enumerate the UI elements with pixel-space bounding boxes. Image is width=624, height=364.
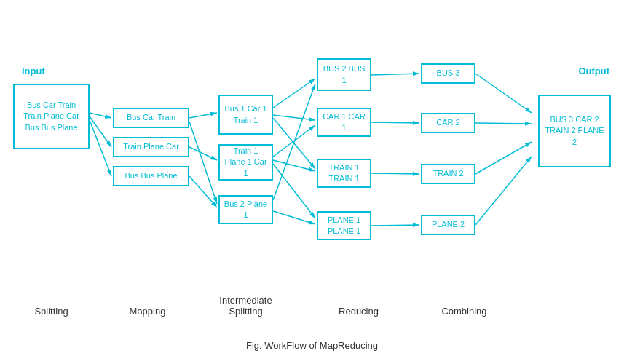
svg-line-17 [371,122,419,123]
inter4-box: PLANE 1 PLANE 1 [317,211,371,240]
svg-line-1 [90,113,111,118]
mapping-label: Mapping [106,306,189,317]
svg-line-11 [273,125,315,157]
svg-line-8 [273,79,315,108]
inter3-box: TRAIN 1 TRAIN 1 [317,159,371,188]
svg-line-6 [189,176,217,207]
reduce4-box: PLANE 2 [421,215,475,235]
combining-label: Combining [422,306,506,317]
svg-line-16 [371,74,419,75]
svg-line-20 [475,74,532,113]
svg-line-13 [273,164,315,218]
diagram: Input Output Bus Car Train Train Plane C… [0,0,624,364]
svg-line-15 [273,211,315,224]
svg-line-4 [189,113,217,118]
reducing-label: Reducing [317,306,400,317]
arrows-svg [0,0,624,364]
reduce2-box: CAR 2 [421,113,475,133]
intermediate-splitting-label: IntermediateSplitting [204,295,288,317]
svg-line-5 [189,147,217,160]
map1-box: Bus Car Train [113,108,189,128]
input-label: Input [22,66,45,76]
svg-line-9 [273,115,315,120]
inter1-box: BUS 2 BUS 1 [317,58,371,91]
svg-line-18 [371,173,419,174]
inter2-box: CAR 1 CAR 1 [317,108,371,137]
split2-box: Train 1 Plane 1 Car 1 [218,144,273,181]
svg-line-7 [189,122,217,204]
splitting-label: Splitting [13,306,90,317]
map3-box: Bus Bus Plane [113,166,189,186]
output-box: BUS 3 CAR 2 TRAIN 2 PLANE 2 [538,95,611,167]
svg-line-10 [273,118,315,169]
split1-box: Bus 1 Car 1 Train 1 [218,95,273,135]
svg-line-12 [273,160,315,171]
split3-box: Bus 2 Plane 1 [218,195,273,224]
map2-box: Train Plane Car [113,137,189,157]
svg-line-14 [273,84,315,200]
input-box: Bus Car Train Train Plane Car Bus Bus Pl… [13,84,90,149]
svg-line-22 [475,142,532,174]
svg-line-23 [475,157,532,225]
svg-line-2 [90,116,111,147]
fig-caption: Fig. WorkFlow of MapReducing [246,340,378,351]
svg-line-21 [475,123,532,124]
output-label: Output [578,66,609,76]
svg-line-3 [90,120,111,176]
reduce3-box: TRAIN 2 [421,164,475,184]
reduce1-box: BUS 3 [421,63,475,84]
svg-line-19 [371,225,419,226]
